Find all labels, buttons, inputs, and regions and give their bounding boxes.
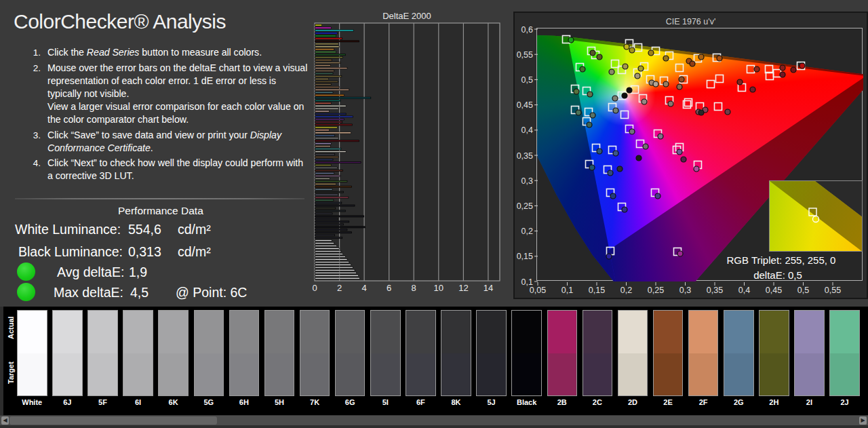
svg-text:6: 6 bbox=[387, 283, 391, 293]
svg-text:0,3: 0,3 bbox=[521, 176, 533, 186]
svg-text:0,6: 0,6 bbox=[521, 25, 533, 35]
svg-text:14: 14 bbox=[484, 283, 493, 293]
svg-text:0,3: 0,3 bbox=[679, 286, 691, 295]
svg-text:0,5: 0,5 bbox=[521, 75, 533, 85]
svg-text:8: 8 bbox=[412, 283, 416, 293]
svg-text:0,55: 0,55 bbox=[825, 286, 841, 295]
svg-text:0,25: 0,25 bbox=[517, 201, 533, 211]
svg-text:10: 10 bbox=[434, 283, 443, 293]
svg-text:0,05: 0,05 bbox=[530, 286, 546, 295]
svg-text:0,35: 0,35 bbox=[517, 151, 533, 161]
svg-text:0,55: 0,55 bbox=[517, 50, 533, 60]
svg-text:0,1: 0,1 bbox=[561, 286, 573, 295]
svg-text:0,15: 0,15 bbox=[589, 286, 605, 295]
svg-text:0,5: 0,5 bbox=[797, 286, 809, 295]
svg-text:0,2: 0,2 bbox=[521, 227, 533, 236]
svg-text:0,45: 0,45 bbox=[766, 286, 782, 295]
svg-text:0,35: 0,35 bbox=[707, 286, 723, 295]
svg-text:DeltaE 2000: DeltaE 2000 bbox=[382, 11, 431, 21]
svg-text:0,45: 0,45 bbox=[517, 100, 533, 110]
svg-text:12: 12 bbox=[458, 283, 468, 293]
svg-text:0,4: 0,4 bbox=[521, 125, 533, 135]
svg-text:0: 0 bbox=[312, 283, 317, 293]
svg-text:0,4: 0,4 bbox=[738, 286, 750, 295]
svg-text:4: 4 bbox=[361, 283, 366, 293]
svg-text:0,2: 0,2 bbox=[620, 286, 632, 295]
svg-text:0,25: 0,25 bbox=[648, 286, 664, 295]
svg-text:2: 2 bbox=[337, 283, 342, 293]
svg-text:0,15: 0,15 bbox=[517, 252, 533, 261]
